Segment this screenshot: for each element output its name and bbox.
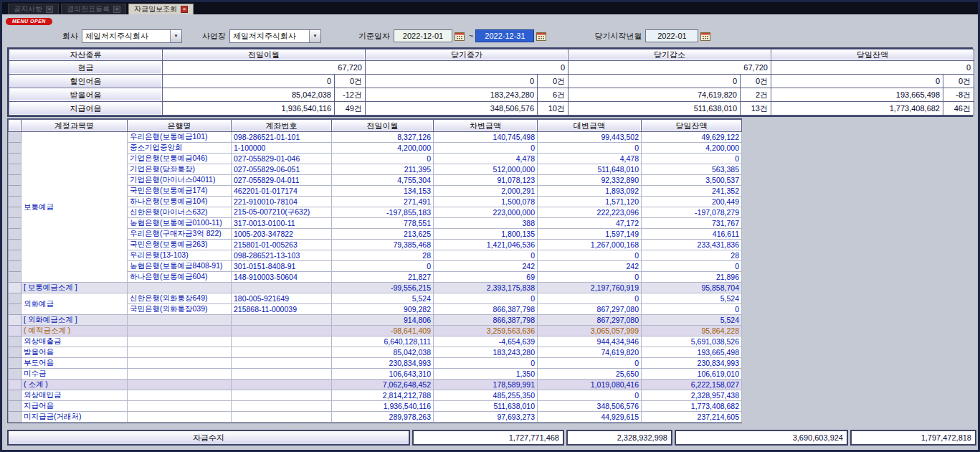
account-detail-table: 계정과목명 은행명 계좌번호 전일이월 차변금액 대변금액 당일잔액 보통예금우… bbox=[7, 118, 742, 423]
row-selector[interactable] bbox=[9, 304, 22, 315]
menu-open-button[interactable]: MENU OPEN bbox=[6, 18, 52, 25]
row-selector[interactable] bbox=[9, 143, 22, 154]
row-selector[interactable] bbox=[9, 186, 22, 197]
credit-cell: 0 bbox=[538, 390, 642, 401]
summary-row[interactable]: 지급어음1,936,540,11649건348,506,57610건511,63… bbox=[9, 102, 974, 116]
debit-cell: 183,243,280 bbox=[434, 347, 538, 358]
summary-row[interactable]: 받을어음85,042,038-12건183,243,2806건74,619,82… bbox=[9, 88, 974, 102]
count-cell: 49건 bbox=[335, 102, 366, 116]
table-row[interactable]: 외상매출금6,640,128,111-4,654,639944,434,9465… bbox=[9, 336, 742, 347]
row-selector[interactable] bbox=[9, 347, 22, 358]
credit-cell: 99,443,502 bbox=[538, 132, 642, 143]
table-row[interactable]: ( 소계 )7,062,648,452178,589,9911,019,080,… bbox=[9, 380, 742, 390]
table-row[interactable]: 외화예금신한은행(외화통장649)180-005-9216495,524005,… bbox=[9, 293, 742, 304]
site-select[interactable]: 제일저지주식회사 ▼ bbox=[229, 29, 321, 43]
row-selector[interactable] bbox=[9, 390, 22, 401]
calendar-icon[interactable] bbox=[455, 32, 465, 41]
table-row[interactable]: 미지급금(거래처)289,978,26397,693,27344,929,615… bbox=[9, 412, 742, 423]
row-selector[interactable] bbox=[9, 250, 22, 261]
account-cell: 받을어음 bbox=[22, 347, 128, 358]
debit-cell: 2,393,175,838 bbox=[434, 283, 538, 293]
account-no-cell bbox=[232, 390, 332, 401]
calendar-icon[interactable] bbox=[536, 32, 546, 41]
table-row[interactable]: 지급어음1,936,540,116511,638,010348,506,5761… bbox=[9, 401, 742, 412]
close-icon[interactable]: × bbox=[113, 6, 120, 13]
table-row[interactable]: [ 외화예금소계 ]914,806866,387,798867,297,0805… bbox=[9, 315, 742, 326]
bank-cell: 중소기업중앙회 bbox=[128, 143, 232, 154]
close-icon[interactable]: × bbox=[46, 6, 53, 13]
bank-cell: 기업은행(당좌통장) bbox=[128, 164, 232, 175]
calendar-icon[interactable] bbox=[700, 32, 710, 41]
bank-cell: 하나은행(보통예금604) bbox=[128, 272, 232, 283]
row-selector[interactable] bbox=[9, 218, 22, 229]
row-selector[interactable] bbox=[9, 336, 22, 347]
balance-cell: 193,665,498 bbox=[642, 347, 742, 358]
prev-balance-cell: 8,327,126 bbox=[332, 132, 434, 143]
table-row[interactable]: [ 보통예금소계 ]-99,556,2152,393,175,8382,197,… bbox=[9, 283, 742, 293]
balance-cell: 237,214,605 bbox=[642, 412, 742, 423]
credit-cell: 4,478 bbox=[538, 154, 642, 164]
account-no-cell: 027-055829-01-046 bbox=[232, 154, 332, 164]
summary-row[interactable]: 현금67,720067,7200 bbox=[9, 61, 974, 75]
table-row[interactable]: 보통예금우리은행(보통예금101)098-286521-01-1018,327,… bbox=[9, 132, 742, 143]
row-selector[interactable] bbox=[9, 229, 22, 240]
row-selector[interactable] bbox=[9, 207, 22, 218]
date-from-input[interactable]: 2022-12-01 bbox=[394, 29, 452, 42]
table-row[interactable]: 부도어음230,834,99300230,834,993 bbox=[9, 358, 742, 369]
row-selector[interactable] bbox=[9, 261, 22, 272]
balance-cell: 0 bbox=[642, 154, 742, 164]
row-selector[interactable] bbox=[9, 401, 22, 412]
table-row[interactable]: 외상매입금2,814,212,788485,255,35002,328,957,… bbox=[9, 390, 742, 401]
prev-balance-cell: 1,936,540,116 bbox=[332, 401, 434, 412]
row-selector[interactable] bbox=[9, 315, 22, 326]
row-selector[interactable] bbox=[9, 240, 22, 250]
row-selector[interactable] bbox=[9, 197, 22, 207]
company-value: 제일저지주식회사 bbox=[82, 30, 151, 42]
detail-header-account-no: 계좌번호 bbox=[232, 120, 332, 132]
close-icon[interactable]: × bbox=[181, 6, 188, 13]
chevron-down-icon[interactable]: ▼ bbox=[170, 30, 181, 42]
balance-cell: 5,524 bbox=[642, 293, 742, 304]
count-cell: 0건 bbox=[741, 75, 771, 88]
row-selector[interactable] bbox=[9, 369, 22, 380]
count-cell: 46건 bbox=[943, 102, 974, 116]
table-row[interactable]: ( 예적금소계 )-98,641,4093,259,563,6363,065,0… bbox=[9, 326, 742, 336]
prev-balance-cell: 4,200,000 bbox=[332, 143, 434, 154]
site-label: 사업장 bbox=[202, 31, 226, 42]
balance-cell: 731,767 bbox=[642, 218, 742, 229]
row-selector[interactable] bbox=[9, 358, 22, 369]
row-selector[interactable] bbox=[9, 283, 22, 293]
row-selector[interactable] bbox=[9, 293, 22, 304]
bank-cell: 신한은행(마이너스632) bbox=[128, 207, 232, 218]
summary-row[interactable]: 할인어음00건00건00건00건 bbox=[9, 75, 974, 88]
bank-cell bbox=[128, 347, 232, 358]
row-selector[interactable] bbox=[9, 154, 22, 164]
company-select[interactable]: 제일저지주식회사 ▼ bbox=[82, 29, 182, 43]
period-start-input[interactable]: 2022-01 bbox=[645, 29, 698, 42]
amount-cell: 0 bbox=[771, 61, 974, 75]
row-selector[interactable] bbox=[9, 164, 22, 175]
row-selector[interactable] bbox=[9, 380, 22, 390]
prev-balance-cell: 213,625 bbox=[332, 229, 434, 240]
tab-item[interactable]: 공지사항× bbox=[8, 4, 59, 14]
balance-cell: 5,524 bbox=[642, 315, 742, 326]
row-selector[interactable] bbox=[9, 326, 22, 336]
table-row[interactable]: 미수금106,643,3101,35025,650106,619,010 bbox=[9, 369, 742, 380]
bank-cell: 우리은행(구매자금3억 822) bbox=[128, 229, 232, 240]
balance-cell: 4,200,000 bbox=[642, 143, 742, 154]
prev-balance-cell: 85,042,038 bbox=[332, 347, 434, 358]
asset-type-cell: 지급어음 bbox=[9, 102, 163, 116]
date-to-input[interactable]: 2022-12-31 bbox=[475, 29, 534, 42]
row-selector[interactable] bbox=[9, 132, 22, 143]
row-selector[interactable] bbox=[9, 412, 22, 423]
balance-cell: 241,352 bbox=[642, 186, 742, 197]
row-selector[interactable] bbox=[9, 272, 22, 283]
tab-item[interactable]: 자금일보조회× bbox=[128, 4, 194, 14]
row-selector[interactable] bbox=[9, 175, 22, 186]
tab-item[interactable]: 결의전표등록× bbox=[61, 4, 126, 14]
prev-balance-cell: 134,153 bbox=[332, 186, 434, 197]
detail-header-account: 계정과목명 bbox=[22, 120, 128, 132]
prev-balance-cell: 914,806 bbox=[332, 315, 434, 326]
table-row[interactable]: 받을어음85,042,038183,243,28074,619,820193,6… bbox=[9, 347, 742, 358]
chevron-down-icon[interactable]: ▼ bbox=[309, 30, 320, 42]
